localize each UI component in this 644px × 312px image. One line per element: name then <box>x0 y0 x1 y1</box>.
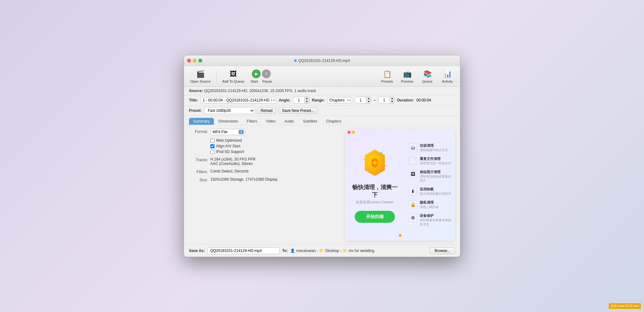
preset-select[interactable]: Fast 1080p30 <box>204 107 255 114</box>
ad-feature-photos: 🖼 相似照片清理 清除查找相似或重量的照片 <box>408 170 451 183</box>
folder-icon-1: 📁 <box>319 249 324 253</box>
range-select[interactable]: Chapters <box>327 97 352 103</box>
size-info: 1920x1080 Storage, 1747x1080 Display <box>210 177 278 182</box>
titlebar: QQ20181031-214129-HD.mp4 <box>184 55 460 66</box>
ad-diamond-icon: ◆ <box>398 233 402 238</box>
ad-feature-junk: 🗂 垃圾清理 清除电脑中的大文件 <box>408 143 451 152</box>
lemon-logo <box>359 147 391 178</box>
chapter-from-up[interactable]: ▲ <box>366 97 371 100</box>
tab-dimensions[interactable]: Dimensions <box>214 118 242 125</box>
ipod-checkbox[interactable]: iPod 5G Support <box>210 150 244 154</box>
ad-close-dots <box>347 131 355 134</box>
angle-up[interactable]: ▲ <box>305 97 309 100</box>
chapter-from-field[interactable] <box>355 97 366 103</box>
format-select[interactable]: MP4 File <box>210 129 245 135</box>
close-button[interactable] <box>187 59 191 63</box>
device-icon: ⚙ <box>408 213 417 222</box>
align-av-checkbox[interactable]: Align A/V Start <box>210 144 244 148</box>
open-source-button[interactable]: 🎬 Open Source <box>187 68 214 85</box>
ad-right-section: 🗂 垃圾清理 清除电脑中的大文件 📄 重复文件清理 彻底查 <box>405 129 455 241</box>
queue-button[interactable]: 📚 Queue <box>418 68 437 85</box>
tracks-row: Tracks: H.264 (x264), 30 FPS PFR AAC (Co… <box>189 157 340 166</box>
folder-icon-2: 📁 <box>343 249 347 253</box>
chapter-to-field[interactable] <box>379 97 390 103</box>
preview-button[interactable]: 📺 Preview <box>398 68 417 85</box>
title-select-wrapper: 1 - 00:00:04 - QQ20181031-214129-HD <box>200 97 276 103</box>
svg-point-3 <box>373 161 377 165</box>
left-panel: Format: MP4 File Web Optimized <box>189 129 340 241</box>
format-select-wrapper: MP4 File <box>210 129 245 135</box>
minimize-button[interactable] <box>193 59 197 63</box>
chapter-to-input: ▲ ▼ <box>378 97 395 104</box>
maximize-button[interactable] <box>198 59 202 63</box>
svg-point-6 <box>380 152 382 155</box>
uninstall-icon: ⬇ <box>408 187 417 196</box>
format-row: Format: MP4 File <box>189 129 340 135</box>
toolbar: 🎬 Open Source 🖼 Add To Queue ▶ ⏸ S <box>184 66 460 87</box>
activity-button[interactable]: 📊 Activity <box>438 68 457 85</box>
tabs-row: Summary Dimensions Filters Video Audio S… <box>184 116 460 125</box>
web-optimized-checkbox[interactable]: Web Optimized <box>210 138 244 143</box>
watermark: 友情 www.5v13.com <box>609 303 641 309</box>
browse-button[interactable]: Browse... <box>430 247 455 254</box>
ad-feature-uninstall: ⬇ 应用卸载 强力彻底卸载应用程序 <box>408 187 451 196</box>
tab-filters[interactable]: Filters <box>242 118 262 125</box>
main-window: QQ20181031-214129-HD.mp4 🎬 Open Source 🖼… <box>184 55 460 257</box>
preset-row: Preset: Fast 1080p30 ▼ Reload Save New P… <box>184 106 460 116</box>
tab-audio[interactable]: Audio <box>280 118 298 125</box>
queue-icon: 📚 <box>422 69 432 79</box>
tab-summary[interactable]: Summary <box>189 118 214 125</box>
ad-title: 畅快清理，清爽一下 <box>351 183 398 199</box>
angle-down[interactable]: ▼ <box>305 100 309 103</box>
path-info: 👤 marukowan › 📁 Desktop › 📁 mv for weddi… <box>290 249 374 253</box>
ad-feature-duplicate: 📄 重复文件清理 彻底查找您一样的文件 <box>408 156 451 165</box>
add-to-queue-icon: 🖼 <box>228 69 238 79</box>
chapter-from-down[interactable]: ▼ <box>366 100 371 103</box>
ad-subtitle: 欢迎使用Lemon Cleaner <box>356 200 393 205</box>
chapter-to-up[interactable]: ▲ <box>390 97 394 100</box>
ad-close-yellow[interactable] <box>352 131 355 134</box>
filters-row: Filters: Comb Detect, Decomb <box>189 169 340 174</box>
align-av-input[interactable] <box>210 144 214 148</box>
ad-feature-privacy: 🔒 隐私清理 清理上网痕迹 <box>408 200 451 209</box>
preview-icon: 📺 <box>402 69 412 79</box>
junk-icon: 🗂 <box>408 143 417 152</box>
ad-scan-button[interactable]: 开始扫描 <box>355 211 395 223</box>
web-optimized-input[interactable] <box>210 139 214 143</box>
filters-info: Comb Detect, Decomb <box>210 169 248 173</box>
title-row: Title: 1 - 00:00:04 - QQ20181031-214129-… <box>184 95 460 106</box>
save-as-input[interactable] <box>207 247 280 254</box>
angle-input: ▲ ▼ <box>293 97 309 104</box>
ad-close-red[interactable] <box>347 131 351 134</box>
size-row: Size: 1920x1080 Storage, 1747x1080 Displ… <box>189 177 340 182</box>
angle-field[interactable] <box>293 97 304 103</box>
toolbar-separator-1 <box>216 70 217 83</box>
range-select-wrapper: Chapters <box>327 97 352 103</box>
save-new-preset-button[interactable]: Save New Preset... <box>279 107 318 114</box>
pause-button[interactable]: ⏸ <box>262 69 271 78</box>
tab-video[interactable]: Video <box>262 118 280 125</box>
reload-button[interactable]: Reload <box>257 107 276 114</box>
presets-icon: 📋 <box>382 69 392 79</box>
title-select[interactable]: 1 - 00:00:04 - QQ20181031-214129-HD <box>200 97 276 103</box>
tab-subtitles[interactable]: Subtitles <box>298 118 322 125</box>
chapter-to-down[interactable]: ▼ <box>390 100 394 103</box>
add-to-queue-button[interactable]: 🖼 Add To Queue <box>219 68 247 85</box>
svg-point-5 <box>385 165 386 167</box>
format-checkboxes: Web Optimized Align A/V Start iPod 5G Su… <box>210 138 244 154</box>
traffic-lights <box>187 59 202 63</box>
photos-icon: 🖼 <box>408 170 417 178</box>
source-info-bar: Source: QQ20181031-214129-HD, 2000x1236,… <box>184 87 460 95</box>
window-title: QQ20181031-214129-HD.mp4 <box>294 58 350 63</box>
checkboxes-row: Web Optimized Align A/V Start iPod 5G Su… <box>189 138 340 154</box>
desktop: QQ20181031-214129-HD.mp4 🎬 Open Source 🖼… <box>0 0 644 312</box>
ad-panel: 畅快清理，清爽一下 欢迎使用Lemon Cleaner 开始扫描 🗂 垃圾清理 … <box>345 129 455 241</box>
privacy-icon: 🔒 <box>408 200 417 209</box>
toolbar-right: 📋 Presets 📺 Preview 📚 Queue 📊 Activity <box>378 68 457 85</box>
ad-overlay: 畅快清理，清爽一下 欢迎使用Lemon Cleaner 开始扫描 🗂 垃圾清理 … <box>345 129 455 241</box>
presets-button[interactable]: 📋 Presets <box>378 68 397 85</box>
ipod-input[interactable] <box>210 150 214 154</box>
ad-left-section: 畅快清理，清爽一下 欢迎使用Lemon Cleaner 开始扫描 <box>345 129 405 241</box>
start-button[interactable]: ▶ <box>252 69 261 78</box>
tab-chapters[interactable]: Chapters <box>322 118 346 125</box>
